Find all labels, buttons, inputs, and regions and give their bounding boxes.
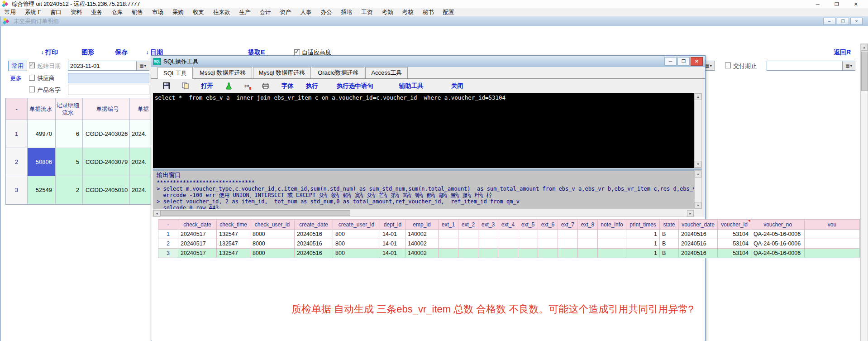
output-horizontal-scrollbar[interactable]: ◄ ► xyxy=(153,210,694,216)
dialog-maximize-button[interactable]: ❐ xyxy=(677,57,690,66)
left-table-cell[interactable]: 2 xyxy=(56,176,83,204)
font-button[interactable]: 字体 xyxy=(281,82,294,90)
left-table-cell[interactable]: 3 xyxy=(6,176,28,204)
menu-item-20[interactable]: 考核 xyxy=(398,9,418,16)
dialog-tab-2[interactable]: Mssql 数据库迁移 xyxy=(194,67,252,78)
left-table-cell[interactable]: 50806 xyxy=(28,148,56,176)
dialog-tab-1[interactable]: SQL工具 xyxy=(157,67,193,79)
helper-tools-button[interactable]: 辅助工具 xyxy=(399,82,424,90)
menu-item-16[interactable]: 办公 xyxy=(316,9,337,16)
menu-item-6[interactable]: 仓库 xyxy=(107,9,127,16)
cut-icon[interactable]: ✂ xyxy=(244,82,250,90)
menu-item-15[interactable]: 人事 xyxy=(296,9,316,16)
left-table-row[interactable]: 3525492CGDD-24050102024. xyxy=(6,176,155,204)
left-table-cell[interactable]: CGDD-2405010 xyxy=(83,176,130,204)
start-date-input[interactable]: 2023-11-01 ▦▾ xyxy=(68,61,149,71)
menu-item-17[interactable]: 招培 xyxy=(337,9,357,16)
scrollbar-thumb[interactable] xyxy=(160,210,350,216)
side-tab-more[interactable]: 更多 xyxy=(10,74,22,82)
menu-item-3[interactable]: 窗口 xyxy=(46,9,66,16)
left-table-cell[interactable]: 1 xyxy=(6,120,28,148)
result-table-cell: 53104 xyxy=(718,249,751,258)
side-tab-common[interactable]: 常用 xyxy=(8,61,27,71)
deliver-to-checkbox[interactable] xyxy=(725,62,731,68)
menu-item-5[interactable]: 业务 xyxy=(86,9,107,16)
product-checkbox[interactable] xyxy=(29,86,35,92)
menu-item-1[interactable]: 常用 xyxy=(0,9,20,16)
graph-button[interactable]: 图形 xyxy=(81,48,94,57)
scroll-left-icon[interactable]: ◄ xyxy=(153,210,160,217)
open-button[interactable]: 打开 xyxy=(201,82,213,90)
menu-item-10[interactable]: 收支 xyxy=(188,9,209,16)
run-selected-button[interactable]: 执行选中语句 xyxy=(337,82,373,90)
back-button[interactable]: 返回R xyxy=(834,48,851,57)
window-close-button[interactable]: ✕ xyxy=(846,1,865,7)
menu-item-19[interactable]: 考勤 xyxy=(377,9,398,16)
left-table-row[interactable]: 1499706CGDD-24030262024. xyxy=(6,120,155,148)
menu-item-8[interactable]: 市场 xyxy=(148,9,168,16)
left-table-cell[interactable]: 6 xyxy=(56,120,83,148)
menu-item-14[interactable]: 资产 xyxy=(276,9,296,16)
left-table-row[interactable]: 2508065CGDD-24030792024. xyxy=(6,148,155,176)
child-vertical-scrollbar[interactable]: ▲ ▼ xyxy=(860,43,868,341)
autofit-checkbox-box[interactable] xyxy=(294,49,300,55)
calendar-icon[interactable]: ▦▾ xyxy=(842,61,855,70)
supplier-input[interactable] xyxy=(68,73,149,83)
menu-item-12[interactable]: 生产 xyxy=(235,9,255,16)
printer-icon[interactable] xyxy=(262,83,269,89)
left-table-cell[interactable]: 52549 xyxy=(28,176,56,204)
scrollbar-thumb[interactable] xyxy=(861,52,868,91)
dialog-tab-3[interactable]: Mysql 数据库迁移 xyxy=(253,67,311,78)
sql-editor[interactable]: select * from ebs_v a inner join ebs_vr_… xyxy=(153,93,694,168)
menu-item-11[interactable]: 往来款 xyxy=(209,9,235,16)
menu-item-4[interactable]: 资料 xyxy=(66,9,86,16)
scroll-down-icon[interactable]: ▼ xyxy=(695,161,701,168)
dialog-tab-4[interactable]: Oracle数据迁移 xyxy=(312,67,364,78)
dialog-minimize-button[interactable]: ─ xyxy=(664,57,677,66)
left-table-cell[interactable]: CGDD-2403079 xyxy=(83,148,130,176)
scroll-up-icon[interactable]: ▲ xyxy=(695,171,701,178)
close-button[interactable]: 关闭 xyxy=(451,82,463,90)
dropdown-arrow-icon: ↓ xyxy=(41,48,44,56)
menu-item-13[interactable]: 会计 xyxy=(255,9,276,16)
menu-item-2[interactable]: 系统 F xyxy=(20,9,46,16)
child-close-button[interactable]: ✕ xyxy=(850,18,863,25)
left-table-cell[interactable]: 5 xyxy=(56,148,83,176)
save-icon[interactable] xyxy=(163,82,170,89)
sql-dialog-titlebar[interactable]: SQL SQL操作工具 ─ ❐ ✕ xyxy=(151,56,705,67)
scroll-up-icon[interactable]: ▲ xyxy=(695,93,701,100)
calendar-icon[interactable]: ▦▾ xyxy=(136,61,149,70)
scroll-right-icon[interactable]: ► xyxy=(687,210,694,217)
menu-item-7[interactable]: 销售 xyxy=(127,9,148,16)
dialog-tab-5[interactable]: Access工具 xyxy=(365,67,408,78)
editor-vertical-scrollbar[interactable]: ▲ ▼ xyxy=(694,93,702,168)
menu-item-22[interactable]: 配置 xyxy=(439,9,459,16)
child-minimize-button[interactable]: ━ xyxy=(823,18,835,25)
left-table-cell[interactable]: 49970 xyxy=(28,120,56,148)
product-input[interactable] xyxy=(68,85,149,95)
window-maximize-button[interactable]: ❐ xyxy=(827,1,846,7)
flask-icon[interactable] xyxy=(225,82,232,90)
menu-item-18[interactable]: 工资 xyxy=(357,9,377,16)
splitter[interactable] xyxy=(153,168,702,170)
left-table-cell[interactable]: CGDD-2403026 xyxy=(83,120,130,148)
print-button[interactable]: ↓打印 xyxy=(41,48,58,57)
scroll-up-icon[interactable]: ▲ xyxy=(861,44,868,51)
window-minimize-button[interactable]: ─ xyxy=(808,1,827,7)
result-table-row[interactable]: 22024051713254780002024051680014-0114000… xyxy=(158,239,860,249)
result-table-row[interactable]: 32024051713254780002024051680014-0114000… xyxy=(158,249,860,258)
save-button[interactable]: 保存 xyxy=(115,48,128,57)
result-table-row[interactable]: 12024051713254780002024051680014-0114000… xyxy=(158,230,860,239)
scroll-down-icon[interactable]: ▼ xyxy=(695,202,701,209)
child-restore-button[interactable]: ❐ xyxy=(837,18,849,25)
supplier-checkbox[interactable] xyxy=(29,75,35,81)
start-date-checkbox[interactable] xyxy=(29,62,35,68)
left-table-cell[interactable]: 2 xyxy=(6,148,28,176)
deliver-to-input[interactable]: ▦▾ xyxy=(767,61,855,71)
dialog-close-button[interactable]: ✕ xyxy=(691,57,703,66)
copy-icon[interactable] xyxy=(182,82,189,89)
menu-item-21[interactable]: 秘书 xyxy=(418,9,439,16)
output-vertical-scrollbar[interactable]: ▲ ▼ xyxy=(694,170,702,209)
run-button[interactable]: 执行 xyxy=(306,82,318,90)
menu-item-9[interactable]: 采购 xyxy=(168,9,188,16)
